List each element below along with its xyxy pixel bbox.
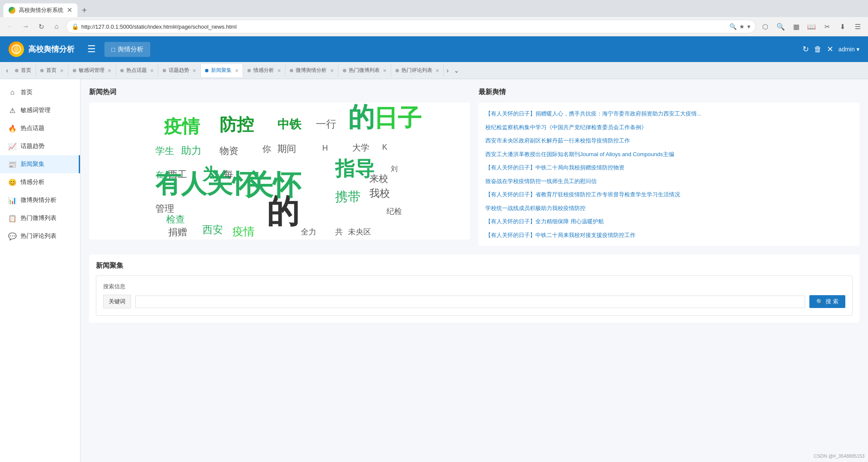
sidebar-item-hot-topics[interactable]: 🔥 热点话题 [0,119,80,137]
reload-btn[interactable]: ↻ [35,21,47,33]
tab-hot-topics[interactable]: 热点话题 × [116,64,158,77]
latest-news-container: 【有人关怀的日子】捐赠暖人心，携手共抗疫：海宁市委市政府捐资助力西安工大疫情..… [479,103,859,246]
sidebar-item-home[interactable]: ⌂ 首页 [0,83,80,101]
tab-close[interactable]: × [193,67,196,74]
tab-label: 热点话题 [126,67,147,74]
tab-close[interactable]: × [60,67,63,74]
bookmarks-btn[interactable]: ▦ [790,21,802,33]
forward-btn[interactable]: → [20,21,32,33]
tab-sentiment[interactable]: 情感分析 × [243,64,285,77]
sidebar-label: 话题趋势 [21,142,45,150]
word-guanli: 管理 [155,203,174,214]
word-xiban: 携带 [335,190,361,204]
tools-btn[interactable]: ✂ [821,21,833,33]
search-button[interactable]: 🔍 搜 索 [809,295,845,308]
search-keyword-label: 关键词 [103,295,131,308]
lock-icon: 🔒 [71,23,79,30]
tab-close[interactable]: × [383,67,386,74]
news-item-1[interactable]: 校纪检监察机构集中学习《中国共产党纪律检查委员会工作条例》 [485,123,853,132]
nav-item-yqfx[interactable]: □ 舆情分析 [104,42,150,57]
sidebar-item-news-hub[interactable]: 📰 新闻聚集 [0,155,80,173]
browser-tab-active[interactable]: 高校舆情分析系统 ✕ [3,3,77,17]
news-item-5[interactable]: 致奋战在学校疫情防控一线师生员工的慰问信 [485,177,853,186]
tab-sensitive[interactable]: 敏感词管理 × [68,64,116,77]
sidebar-item-sensitive[interactable]: ⚠ 敏感词管理 [0,101,80,119]
search-keyword-input[interactable] [135,296,805,308]
tab-close[interactable]: × [436,67,439,74]
sidebar-item-hot-comments[interactable]: 💬 热门评论列表 [0,227,80,245]
word-yiqing: 疫情 [163,116,200,136]
search-address-icon[interactable]: 🔍 [729,23,737,30]
tab-close[interactable]: × [150,67,154,74]
tab-close[interactable]: × [108,67,111,74]
tabs-prev-btn[interactable]: ‹ [3,67,11,74]
sentiment-icon: 😊 [9,178,16,186]
tab-close-btn[interactable]: ✕ [67,7,72,14]
news-item-2[interactable]: 西安市未央区政府副区长解丹茹一行来校指导疫情防控工作 [485,136,853,145]
sensitive-icon: ⚠ [9,107,16,114]
news-item-7[interactable]: 学校统一战线成员积极助力我校疫情防控 [485,204,853,213]
word-jiancha: 检查 [166,214,185,225]
refresh-btn[interactable]: ↻ [803,44,809,54]
tab-dot [15,69,18,72]
word-nin: 你 [262,144,271,154]
download-btn[interactable]: ⬇ [836,21,848,33]
word-zhidao: 指导 [335,157,375,180]
sidebar-item-hot-weibo[interactable]: 📋 热门微博列表 [0,209,80,227]
browser-search-btn[interactable]: 🔍 [775,21,787,33]
tab-hot-comments[interactable]: 热门评论列表 × [391,64,444,77]
tab-dot [205,69,208,72]
tab-home-2[interactable]: 首页 × [36,64,68,77]
sidebar-item-weibo-analysis[interactable]: 📊 微博舆情分析 [0,191,80,209]
watermark: CSDN @#_3548885153 [814,453,865,459]
news-item-4[interactable]: 【有人关怀的日子】中铁二十局向我校捐赠疫情防控物资 [485,163,853,172]
delete-btn[interactable]: 🗑 [814,45,822,54]
page-tabs: ‹ 首页 首页 × 敏感词管理 × 热点话题 × 话题趋势 × 新闻聚集 × 情… [0,62,868,79]
tab-weibo-analysis[interactable]: 微博舆情分析 × [285,64,338,77]
news-item-9[interactable]: 【有人关怀的日子】中铁二十局来我校对接支援疫情防控工作 [485,231,853,240]
new-tab-btn[interactable]: + [77,3,91,17]
news-item-3[interactable]: 西安工大潘洪革教授出任国际知名期刊Journal of Alloys and C… [485,150,853,159]
user-menu[interactable]: admin ▾ [838,46,859,53]
tab-close[interactable]: × [235,67,238,74]
nav-item-label: 舆情分析 [118,45,143,53]
word-weiyang: 未央区 [348,228,371,236]
word-fangkong: 防控 [220,115,254,134]
tabs-more-btn[interactable]: ⌄ [451,66,462,74]
search-row: 关键词 🔍 搜 索 [103,295,845,308]
close-btn[interactable]: ✕ [827,44,833,54]
news-item-8[interactable]: 【有人关怀的日子】全力精细保障 用心温暖护航 [485,217,853,226]
chevron-down-icon[interactable]: ▾ [747,23,750,30]
back-btn[interactable]: ← [4,21,16,33]
browser-chrome: 高校舆情分析系统 ✕ + ← → ↻ ⌂ 🔒 🔍 ★ ▾ ⬡ 🔍 ▦ 📖 ✂ ⬇… [0,0,868,36]
tab-home-1[interactable]: 首页 [11,64,36,77]
sidebar-label: 敏感词管理 [21,107,51,114]
tabs-next-btn[interactable]: › [444,67,451,74]
app-logo: 高校舆情分析 [9,41,74,57]
word-woxiao: 我校 [369,187,390,199]
tab-news-hub[interactable]: 新闻聚集 × [201,64,243,77]
app-logo-text: 高校舆情分析 [28,44,74,54]
word-wuzi: 物资 [220,145,238,156]
home-btn[interactable]: ⌂ [51,21,62,33]
word-yixing: 一行 [316,118,336,130]
tab-hot-weibo[interactable]: 热门微博列表 × [339,64,391,77]
address-bar[interactable]: 🔒 🔍 ★ ▾ [66,20,756,33]
app-menu-icon[interactable]: ☰ [87,44,96,55]
news-item-6[interactable]: 【有人关怀的日子】省教育厅驻校疫情防控工作专班督导检查学生学习生活情况 [485,190,853,199]
news-item-0[interactable]: 【有人关怀的日子】捐赠暖人心，携手共抗疫：海宁市委市政府捐资助力西安工大疫情..… [485,110,853,118]
sidebar-item-sentiment[interactable]: 😊 情感分析 [0,173,80,191]
tab-label: 热门微博列表 [349,67,380,74]
tab-close[interactable]: × [277,67,281,74]
bookmark-list-btn[interactable]: 📖 [806,21,817,33]
extensions-btn[interactable]: ⬡ [759,21,771,33]
word-gongsi: 共 [335,228,343,236]
menu-btn[interactable]: ☰ [852,21,864,33]
word-k2: K [382,143,387,151]
star-icon[interactable]: ★ [739,23,745,30]
tab-topic-trend[interactable]: 话题趋势 × [158,64,201,77]
search-section: 新闻聚集 搜索信息 关键词 🔍 搜 索 [89,255,859,323]
tab-close[interactable]: × [330,67,333,74]
address-input[interactable] [81,24,727,30]
sidebar-item-topic-trend[interactable]: 📈 话题趋势 [0,137,80,155]
